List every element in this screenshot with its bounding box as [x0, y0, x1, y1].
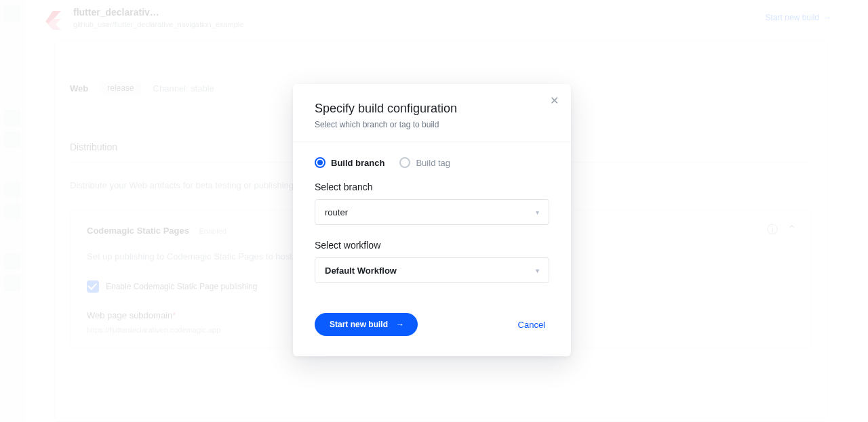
modal-title: Specify build configuration	[315, 102, 549, 116]
branch-select-value: router	[325, 207, 348, 217]
radio-build-branch-label: Build branch	[331, 158, 384, 168]
cancel-button[interactable]: Cancel	[514, 319, 549, 331]
build-config-modal: ✕ Specify build configuration Select whi…	[293, 84, 571, 356]
chevron-down-icon: ▾	[536, 209, 539, 216]
modal-subtitle: Select which branch or tag to build	[315, 120, 549, 129]
close-icon: ✕	[550, 96, 559, 106]
arrow-right-icon: →	[396, 320, 404, 329]
radio-build-tag[interactable]: Build tag	[399, 157, 450, 168]
workflow-select[interactable]: Default Workflow ▾	[315, 257, 549, 283]
close-button[interactable]: ✕	[547, 93, 561, 108]
start-build-button[interactable]: Start new build →	[315, 313, 418, 336]
modal-footer: Start new build → Cancel	[293, 305, 571, 356]
select-branch-label: Select branch	[315, 182, 549, 192]
modal-header: ✕ Specify build configuration Select whi…	[293, 84, 571, 142]
radio-build-tag-label: Build tag	[416, 158, 450, 168]
select-workflow-label: Select workflow	[315, 240, 549, 251]
branch-select[interactable]: router ▾	[315, 199, 549, 225]
build-type-radios: Build branch Build tag	[315, 157, 549, 168]
radio-build-branch[interactable]: Build branch	[315, 157, 384, 168]
workflow-select-value: Default Workflow	[325, 266, 397, 276]
start-build-label: Start new build	[330, 320, 388, 329]
chevron-down-icon: ▾	[536, 267, 539, 274]
modal-body: Build branch Build tag Select branch rou…	[293, 142, 571, 305]
